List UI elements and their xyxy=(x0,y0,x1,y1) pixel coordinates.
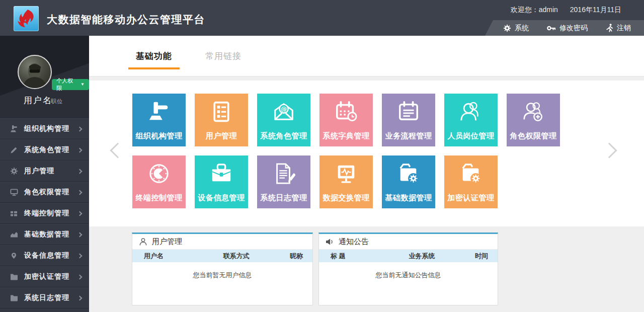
document-pen-icon xyxy=(272,160,295,187)
tile-role-permission[interactable]: 角色权限管理 xyxy=(507,94,560,146)
tile-label: 基础数据管理 xyxy=(385,193,432,203)
tile-system-role[interactable]: @ 系统角色管理 xyxy=(257,94,310,146)
badge-label: 个人权限 xyxy=(56,77,77,92)
table-header-row: 标 题 业务系统 时间 xyxy=(319,250,498,262)
tile-carousel: 组织机构管理 用户管理 xyxy=(89,81,644,226)
sidebar-item-system-role[interactable]: 系统角色管理 xyxy=(0,139,89,161)
tile-row-2: 终端控制管理 设备信息管理 xyxy=(132,155,560,208)
chevron-right-icon xyxy=(77,253,83,258)
column-nickname: 昵称 xyxy=(267,252,312,261)
tile-org-management[interactable]: 组织机构管理 xyxy=(132,94,186,146)
carousel-prev-button[interactable] xyxy=(110,142,125,158)
logout-button[interactable]: 注销 xyxy=(606,24,631,33)
chevron-right-icon xyxy=(77,232,83,237)
sidebar-item-basic-data[interactable]: 基础数据管理 xyxy=(0,224,89,245)
folder-gear-icon xyxy=(459,160,482,187)
sidebar-item-label: 设备信息管理 xyxy=(24,251,78,260)
pencil-icon xyxy=(10,146,18,154)
chevron-right-icon xyxy=(77,295,83,300)
tile-basic-data[interactable]: 基础数据管理 xyxy=(382,155,435,208)
change-password-button[interactable]: 修改密码 xyxy=(547,24,588,33)
column-business-system: 业务系统 xyxy=(391,252,452,261)
svg-text:@: @ xyxy=(281,105,287,113)
sidebar-item-user-management[interactable]: 用户管理 xyxy=(0,161,89,182)
column-contact: 联系方式 xyxy=(206,252,268,261)
sidebar-item-terminal-control[interactable]: 终端控制管理 xyxy=(0,203,89,224)
sidebar-menu: 组织机构管理 系统角色管理 xyxy=(0,118,89,308)
panel-title: 通知公告 xyxy=(339,237,369,247)
checklist-icon xyxy=(210,98,232,125)
area-chart-icon xyxy=(10,230,18,239)
system-menu-button[interactable]: 系统 xyxy=(503,24,529,33)
tile-label: 加密认证管理 xyxy=(448,193,495,203)
notice-panel: 通知公告 标 题 业务系统 时间 您当前无通知公告信息 xyxy=(318,232,498,305)
profile-section: 个人权限 ▼ 用户名 职位 xyxy=(0,36,89,118)
sidebar-item-org-management[interactable]: 组织机构管理 xyxy=(0,118,89,139)
tile-business-process[interactable]: 业务流程管理 xyxy=(382,94,435,146)
empty-message: 您当前暂无用户信息 xyxy=(132,271,312,280)
carousel-next-button[interactable] xyxy=(601,142,617,158)
tile-user-management[interactable]: 用户管理 xyxy=(195,94,248,146)
tile-label: 系统日志管理 xyxy=(261,193,307,203)
gauge-icon xyxy=(147,160,171,187)
tile-encryption-auth[interactable]: 加密认证管理 xyxy=(444,155,498,208)
board-lines-icon xyxy=(397,98,420,125)
gear-icon xyxy=(10,167,18,176)
tab-bar: 基础功能 常用链接 xyxy=(89,36,644,76)
chevron-right-icon xyxy=(77,169,83,174)
main-content: 基础功能 常用链接 组织机构管理 xyxy=(89,36,644,312)
panel-header: 通知公告 xyxy=(319,234,498,250)
tile-data-exchange[interactable]: 数据交换管理 xyxy=(319,155,373,208)
location-pin-icon xyxy=(10,252,18,260)
calendar-clock-icon xyxy=(335,98,358,125)
sidebar-item-label: 组织机构管理 xyxy=(24,124,78,133)
avatar xyxy=(18,55,52,89)
tile-terminal-control[interactable]: 终端控制管理 xyxy=(132,155,186,208)
tab-basic-functions[interactable]: 基础功能 xyxy=(128,36,180,76)
chevron-right-icon xyxy=(77,274,83,279)
user-plus-icon xyxy=(522,98,545,125)
sidebar-item-system-log[interactable]: 系统日志管理 xyxy=(0,287,89,308)
logout-runner-icon xyxy=(606,24,613,32)
tile-system-dictionary[interactable]: 系统字典管理 xyxy=(319,94,373,146)
speaker-icon xyxy=(326,238,334,246)
table-header-row: 用户名 联系方式 昵称 xyxy=(132,250,312,262)
personal-permission-badge[interactable]: 个人权限 ▼ xyxy=(52,79,89,90)
sidebar-item-device-info[interactable]: 设备信息管理 xyxy=(0,245,89,266)
tab-common-links[interactable]: 常用链接 xyxy=(201,36,246,76)
grid-icon xyxy=(10,209,18,218)
monitor-icon xyxy=(10,188,18,197)
sidebar-item-role-permission[interactable]: 角色权限管理 xyxy=(0,182,89,203)
top-header: 大数据智能移动办公云管理平台 欢迎您：admin 2016年11月11日 系统 xyxy=(0,0,644,36)
sidebar-item-label: 系统角色管理 xyxy=(24,145,78,154)
tile-label: 用户管理 xyxy=(206,131,237,141)
welcome-bar: 欢迎您：admin 2016年11月11日 xyxy=(511,6,621,15)
utility-bar: 系统 修改密码 注销 xyxy=(485,20,644,36)
profile-username: 用户名 xyxy=(24,95,52,106)
mail-at-icon: @ xyxy=(272,98,296,125)
tile-label: 系统字典管理 xyxy=(323,131,370,141)
monitor-wave-icon xyxy=(335,160,358,187)
sidebar-item-encryption-auth[interactable]: 加密认证管理 xyxy=(0,266,89,287)
tile-device-info[interactable]: 设备信息管理 xyxy=(195,155,248,208)
tile-grid: 组织机构管理 用户管理 xyxy=(132,94,560,208)
app-window: 大数据智能移动办公云管理平台 欢迎您：admin 2016年11月11日 系统 xyxy=(0,0,644,312)
tile-row-1: 组织机构管理 用户管理 xyxy=(132,94,560,146)
logout-label: 注销 xyxy=(617,24,631,33)
folder-gear-icon xyxy=(397,160,420,187)
sidebar-item-label: 用户管理 xyxy=(24,167,78,176)
system-label: 系统 xyxy=(515,24,529,33)
tile-label: 业务流程管理 xyxy=(385,131,432,141)
tile-label: 数据交换管理 xyxy=(323,193,370,203)
sidebar-item-label: 终端控制管理 xyxy=(24,209,78,218)
tile-personnel-position[interactable]: 人员岗位管理 xyxy=(444,94,498,146)
chevron-right-icon xyxy=(77,147,83,152)
user-management-panel: 用户管理 用户名 联系方式 昵称 您当前暂无用户信息 xyxy=(132,232,313,305)
key-icon xyxy=(547,24,556,32)
chevron-right-icon xyxy=(77,190,83,195)
tile-label: 人员岗位管理 xyxy=(448,131,495,141)
chevron-down-icon: ▼ xyxy=(80,83,85,87)
sidebar-item-label: 系统日志管理 xyxy=(24,293,78,302)
gear-icon xyxy=(503,24,511,32)
tile-system-log[interactable]: 系统日志管理 xyxy=(257,155,310,208)
